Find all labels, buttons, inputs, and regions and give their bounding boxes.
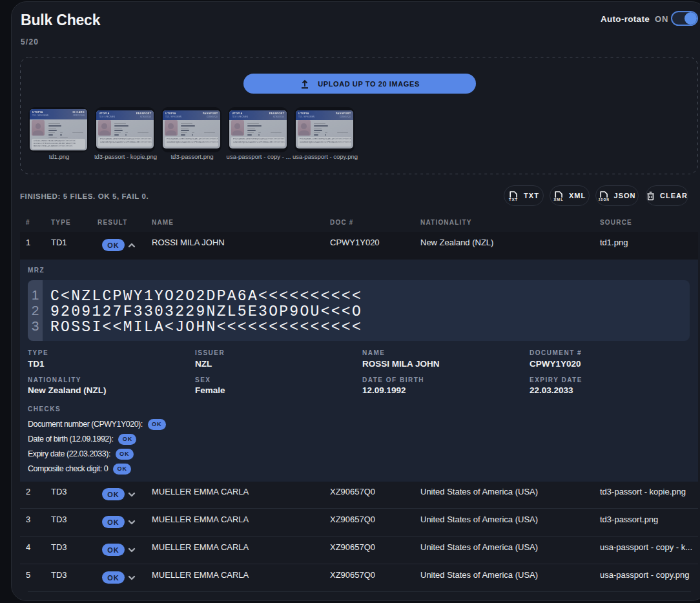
svg-text:XML: XML <box>553 198 563 201</box>
svg-text:TXT: TXT <box>509 198 518 201</box>
svg-text:JSON: JSON <box>599 198 609 201</box>
